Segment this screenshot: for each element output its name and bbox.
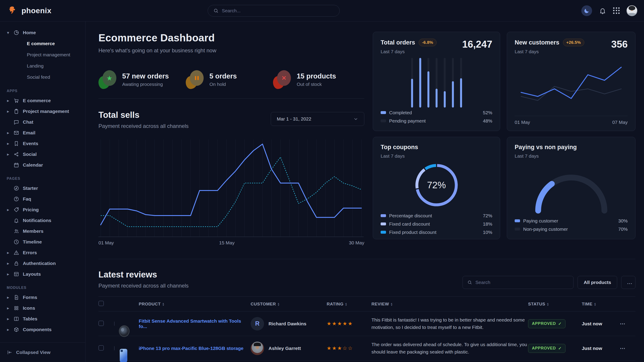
total-sells-chart: 01 May 15 May 30 May	[98, 139, 364, 248]
rating-stars: ★★★★★	[327, 321, 353, 327]
sort-icon[interactable]: ▴▾	[162, 302, 164, 306]
column-header-review[interactable]: REVIEW▴▾	[372, 297, 528, 312]
sidebar-item-starter[interactable]: ▸Starter	[6, 183, 81, 194]
new-customers-line-chart	[515, 57, 628, 114]
reviews-search[interactable]	[462, 276, 574, 289]
caret-right-icon: ▸	[6, 306, 10, 311]
row-checkbox[interactable]	[98, 345, 104, 351]
warning-icon	[14, 250, 19, 256]
customers-x-start: 01 May	[515, 120, 530, 125]
more-options-button[interactable]: ...	[621, 276, 636, 289]
sidebar-item-components[interactable]: ▸Components	[6, 324, 81, 335]
date-range-value: Mar 1 - 31, 2022	[277, 116, 311, 122]
caret-right-icon: ▸	[6, 208, 10, 212]
stat-awating-processing: ★57 new ordersAwating processing	[98, 70, 177, 89]
product-thumbnail[interactable]	[114, 322, 114, 326]
sidebar-item-notifications[interactable]: ▸Notifications	[6, 215, 81, 226]
legend-item: Fixed card discount18%	[381, 220, 492, 228]
clipboard-icon	[14, 108, 19, 114]
column-header-status[interactable]: STATUS▴▾	[528, 297, 582, 312]
sidebar-item-layouts[interactable]: ▸Layouts	[6, 269, 81, 280]
latest-reviews-section: Latest reviews Payment received across a…	[98, 259, 636, 362]
legend-item: Percentage discount72%	[381, 212, 492, 220]
paying-title: Paying vs non paying	[515, 144, 577, 151]
global-search-input[interactable]	[222, 8, 334, 13]
notifications-bell-icon[interactable]	[599, 7, 606, 14]
file-icon	[14, 295, 19, 300]
collapsed-view-toggle[interactable]: Collapsed View	[0, 342, 85, 362]
sidebar-item-chat[interactable]: ▸Chat	[6, 117, 81, 127]
sidebar-item-e-commerce[interactable]: ▸E commerce	[6, 95, 81, 106]
column-header-rating[interactable]: RATING▴▾	[327, 297, 372, 312]
apps-grid-icon[interactable]	[613, 7, 620, 14]
sidebar-item-authentication[interactable]: ▸Authentication	[6, 258, 81, 269]
legend-item: Completed52%	[381, 108, 492, 117]
brand-logo[interactable]: phoenix	[8, 6, 87, 16]
sidebar-item-social-feed[interactable]: Social feed	[6, 71, 81, 83]
pause-icon	[190, 70, 204, 86]
paying-legend: Paying customer30%Non-paying customer70%	[515, 217, 628, 233]
column-header-time[interactable]: TIME▴▾	[582, 297, 620, 312]
global-search[interactable]	[208, 5, 340, 16]
date-range-select[interactable]: Mar 1 - 31, 2022	[271, 112, 364, 126]
sidebar-item-calendar[interactable]: ▸Calendar	[6, 160, 81, 170]
sort-icon[interactable]: ▴▾	[345, 302, 346, 306]
user-avatar[interactable]	[626, 5, 637, 16]
top-coupons-title: Top coupons	[381, 144, 418, 151]
sidebar-item-members[interactable]: ▸Members	[6, 226, 81, 237]
sidebar-item-landing[interactable]: Landing	[6, 60, 81, 71]
new-customers-card: New customers +26.5% Last 7 days 356 01 …	[507, 32, 636, 131]
x-label-30may: 30 May	[349, 240, 364, 246]
sort-icon[interactable]: ▴▾	[278, 302, 279, 306]
sort-icon[interactable]: ▴▾	[594, 302, 596, 306]
sidebar-item-tables[interactable]: ▸Tables	[6, 314, 81, 324]
row-more-button[interactable]: ⋯	[620, 345, 626, 351]
total-orders-card: Total orders -6.8% Last 7 days 16,247 Co…	[373, 32, 500, 131]
moon-icon	[584, 7, 590, 14]
column-header-customer[interactable]: CUSTOMER▴▾	[250, 297, 327, 312]
page-title: Ecommerce Dashboard	[98, 32, 364, 44]
reviews-table: PRODUCT▴▾CUSTOMER▴▾RATING▴▾REVIEW▴▾STATU…	[98, 297, 636, 362]
chevron-down-icon	[353, 116, 358, 121]
sidebar-item-errors[interactable]: ▸Errors	[6, 247, 81, 258]
column-header-product[interactable]: PRODUCT▴▾	[139, 297, 250, 312]
paying-gauge-chart	[520, 161, 623, 214]
sidebar-item-forms[interactable]: ▸Forms	[6, 292, 81, 303]
sidebar-item-events[interactable]: ▸Events	[6, 138, 81, 149]
row-checkbox[interactable]	[98, 321, 104, 326]
caret-right-icon: ▸	[6, 109, 10, 114]
legend-item: Fixed product discount10%	[381, 228, 492, 236]
product-link[interactable]: Fitbit Sense Advanced Smartwatch with To…	[139, 318, 241, 329]
sidebar-item-project-management[interactable]: ▸Project management	[6, 106, 81, 117]
sidebar-item-pricing[interactable]: ▸Pricing	[6, 204, 81, 215]
sidebar-item-e-commerce[interactable]: E commerce	[6, 38, 81, 49]
sidebar-item-project-management[interactable]: Project management	[6, 49, 81, 60]
select-all-checkbox[interactable]	[98, 301, 104, 306]
table-row: iPhone 13 pro max-Pacific Blue-128GB sto…	[98, 336, 636, 361]
customers-x-end: 07 May	[612, 120, 628, 125]
caret-right-icon: ▸	[6, 327, 10, 332]
check-icon: ✓	[558, 346, 562, 351]
product-link[interactable]: iPhone 13 pro max-Pacific Blue-128GB sto…	[139, 346, 244, 351]
total-sells-subtitle: Payment received across all channels	[98, 123, 189, 129]
x-label-15may: 15 May	[219, 240, 234, 246]
caret-right-icon: ▸	[6, 141, 10, 146]
sidebar-item-home[interactable]: ▾Home	[6, 27, 81, 38]
sort-icon[interactable]: ▴▾	[391, 302, 392, 306]
page-subtitle: Here's what's going on at your business …	[98, 47, 364, 54]
product-thumbnail[interactable]	[114, 346, 114, 350]
sort-icon[interactable]: ▴▾	[547, 302, 548, 306]
all-products-button[interactable]: All products	[578, 276, 617, 289]
sidebar-item-email[interactable]: ▸Email	[6, 127, 81, 138]
caret-right-icon: ▸	[6, 295, 10, 300]
row-more-button[interactable]: ⋯	[620, 321, 626, 327]
sidebar-item-timeline[interactable]: ▸Timeline	[6, 237, 81, 247]
sidebar-item-social[interactable]: ▸Social	[6, 149, 81, 160]
theme-toggle-button[interactable]	[581, 5, 592, 16]
sidebar-item-faq[interactable]: ▸Faq	[6, 194, 81, 204]
legend-item: Pending payment48%	[381, 117, 492, 125]
top-coupons-period: Last 7 days	[381, 153, 492, 159]
users-icon	[14, 228, 19, 234]
sidebar-item-icons[interactable]: ▸Icons	[6, 303, 81, 314]
reviews-search-input[interactable]	[476, 280, 569, 285]
